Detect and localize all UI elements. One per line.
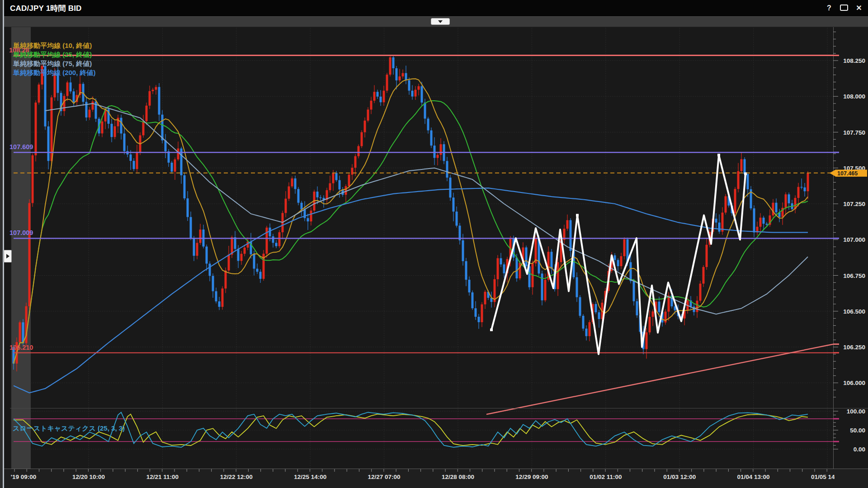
legend-sma25: 単純移動平均線 (25, 終値) [13,51,92,58]
legend-sma10: 単純移動平均線 (10, 終値) [13,42,92,49]
chevron-right-icon [6,254,9,258]
left-gutter [11,26,31,469]
current-price-badge: 107.465 [830,170,867,177]
stoch-axis-label: 100.00 [847,408,865,415]
close-button[interactable]: ✕ [855,5,863,12]
x-axis-label: '19 09:00 [11,474,37,480]
y-axis-label: 106.250 [843,344,865,351]
maximize-icon [840,5,848,11]
x-axis-label: 12/25 14:00 [294,474,326,480]
window-title: CAD/JPY 1時間 BID [4,3,82,14]
price-chart[interactable]: 108.500108.250108.000107.750107.500107.2… [0,0,868,488]
x-axis-label: 12/27 07:00 [368,474,401,480]
x-axis-label: 12/20 10:00 [72,474,105,480]
level-label-107009: 107.009 [9,229,33,236]
y-axis-label: 107.750 [843,129,865,136]
top-panel-bar [4,16,868,27]
y-axis-label: 106.000 [843,380,865,386]
x-axis-label: 01/04 13:00 [737,474,770,480]
y-axis-label: 106.750 [843,272,865,279]
chevron-down-icon [438,20,443,23]
x-axis-label: 12/29 09:00 [515,474,548,480]
level-label-107609: 107.609 [9,143,33,150]
x-axis-label: 01/02 11:00 [590,474,622,480]
x-axis-label: 01/03 12:00 [663,474,696,480]
maximize-button[interactable] [840,5,848,12]
side-panel-expand-button[interactable] [4,250,12,263]
level-label-106210: 106.210 [9,344,33,351]
legend-stochastics: スローストキャスティクス (25, 3, 3) [13,424,125,432]
panel-collapse-button[interactable] [431,18,450,25]
chart-window: CAD/JPY 1時間 BID ? ✕ 108.500108.250108.0 [0,0,868,488]
window-controls: ? ✕ [826,5,868,12]
y-axis-label: 107.000 [843,236,865,243]
x-axis-label: 12/22 12:00 [220,474,253,480]
y-axis-label: 108.250 [843,57,865,64]
stoch-axis-label: 50.00 [850,427,865,434]
current-price-badge-label: 107.465 [837,170,858,177]
legend-sma75: 単純移動平均線 (75, 終値) [13,60,92,67]
y-axis-label: 106.500 [843,308,865,315]
legend-sma200: 単純移動平均線 (200, 終値) [13,69,96,76]
help-button[interactable]: ? [826,5,833,12]
y-axis-label: 108.000 [843,93,865,100]
plot-background [10,26,868,469]
stoch-axis-label: 0.00 [854,446,865,453]
y-axis-label: 107.250 [843,201,865,207]
x-axis-label: 12/21 11:00 [146,474,179,480]
window-left-edge-highlight [3,0,4,488]
x-axis-label: 12/28 08:00 [442,474,474,480]
titlebar: CAD/JPY 1時間 BID ? ✕ [4,0,868,16]
